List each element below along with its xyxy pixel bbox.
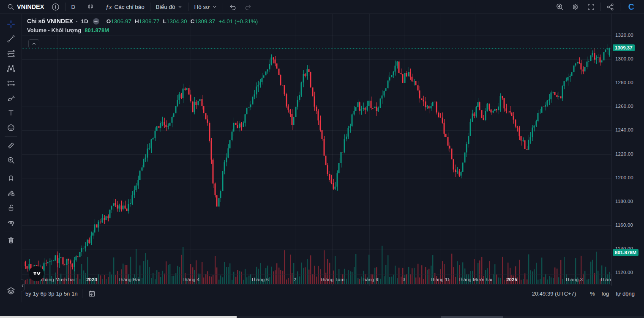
time-tick-label: Tháng Mười hai (40, 277, 75, 282)
time-axis[interactable]: Tháng Mười hai2024Tháng HaiTháng 4Tháng … (22, 274, 644, 285)
low-value: L1304.30 (163, 18, 187, 25)
last-price-chip: 1309.37 (613, 44, 635, 51)
broker-logo[interactable]: C (622, 1, 641, 12)
legend-collapse-button[interactable] (28, 39, 39, 48)
forecast-tool-button[interactable] (3, 76, 19, 90)
chevron-down-icon (212, 4, 217, 9)
broker-logo-icon: C (626, 2, 637, 12)
undo-button[interactable] (225, 1, 240, 12)
trash-icon (7, 236, 15, 244)
emoji-tool-button[interactable] (3, 120, 19, 135)
settings-button[interactable] (568, 1, 583, 12)
brush-tool-button[interactable] (3, 90, 19, 105)
open-value: O1306.97 (106, 18, 131, 25)
magnet-tool-button[interactable] (3, 170, 19, 185)
price-tick-label: 1120.00 (615, 270, 633, 275)
price-axis[interactable]: 1320.001300.001280.001260.001240.001220.… (611, 14, 644, 286)
remove-drawings-button[interactable] (3, 233, 19, 247)
profile-label: Hồ sơ (194, 4, 210, 10)
candlestick-chart-canvas[interactable] (22, 14, 611, 286)
clock-utc-button[interactable]: 20:49:39 (UTC+7) (529, 291, 579, 297)
time-tick-label: Tháng Tám (320, 277, 345, 282)
candlestick-icon (87, 3, 94, 11)
hide-drawings-button[interactable] (3, 215, 19, 230)
compare-add-button[interactable] (48, 1, 63, 12)
trend-line-tool-button[interactable] (3, 31, 19, 46)
date-range-group: 5y1y6p3p1p5n1n (25, 290, 79, 297)
crosshair-tool-button[interactable] (3, 16, 19, 31)
separator (82, 289, 82, 298)
ruler-icon (7, 141, 15, 150)
chart-style-button[interactable] (83, 1, 98, 12)
chart-pane[interactable]: Chỉ số VNINDEX · 1D O1306.97 H1309.77 L1… (22, 14, 644, 274)
bottom-toolbar: 5y1y6p3p1p5n1n 20:49:39 (UTC+7) % log tự… (22, 285, 644, 302)
auto-scale-button[interactable]: tự động (612, 291, 638, 297)
separator (150, 3, 150, 11)
redo-button[interactable] (240, 1, 256, 12)
price-tick-label: 1260.00 (615, 104, 633, 109)
time-tick-label: 2 (294, 277, 296, 282)
brush-icon (7, 94, 15, 102)
chevron-down-icon (177, 4, 183, 9)
go-to-date-button[interactable] (86, 288, 98, 299)
percent-scale-button[interactable]: % (587, 291, 598, 297)
gear-icon (571, 3, 579, 11)
time-tick-label: Tháng 9 (360, 277, 378, 282)
quick-search-button[interactable] (552, 1, 568, 12)
xabcd-pattern-icon (7, 64, 15, 73)
profile-button[interactable]: Hồ sơ (190, 1, 221, 12)
lock-all-drawings-button[interactable] (3, 200, 19, 215)
range-5n-button[interactable]: 5n (63, 289, 71, 299)
time-tick-label: Tháng 4 (182, 277, 199, 282)
legend-dot: · (76, 18, 78, 25)
tradingview-logo-icon (33, 270, 41, 278)
zoom-in-tool-button[interactable] (3, 153, 19, 167)
legend-symbol-title[interactable]: Chỉ số VNINDEX (27, 18, 73, 25)
sidebar-collapse-handle[interactable] (21, 280, 25, 291)
volume-study-value: 801.878M (85, 27, 109, 33)
legend-minus-icon[interactable] (93, 18, 99, 25)
price-tick-label: 1180.00 (615, 199, 633, 204)
volume-study-label[interactable]: Volume - Khối lượng (27, 27, 81, 33)
time-tick-label: Tháng Mười hai (458, 277, 492, 282)
range-5y-button[interactable]: 5y (25, 289, 32, 299)
time-tick-label: Tháng 3 (565, 277, 583, 282)
fullscreen-button[interactable] (583, 1, 599, 12)
log-scale-button[interactable]: log (598, 291, 612, 297)
horizontal-scrollbar[interactable] (0, 316, 644, 318)
object-tree-button[interactable] (3, 283, 19, 298)
time-tick-label: 3 (403, 277, 405, 282)
range-1p-button[interactable]: 1p (55, 289, 63, 299)
layout-button[interactable]: Biểu đồ (152, 1, 187, 12)
time-tick-label: Tháng 6 (251, 277, 269, 282)
text-icon (7, 109, 15, 117)
chevron-up-icon (32, 41, 36, 46)
separator (550, 3, 550, 11)
separator (5, 231, 17, 231)
plus-circle-icon (52, 3, 60, 11)
price-tick-label: 1160.00 (615, 222, 633, 228)
indicators-button[interactable]: ƒx Các chỉ báo (102, 1, 148, 12)
symbol-search-button[interactable]: VNINDEX (3, 1, 48, 12)
drawing-mode-lock-button[interactable] (3, 185, 19, 200)
redo-icon (244, 3, 252, 11)
fib-retracement-icon (7, 49, 15, 58)
share-button[interactable] (603, 1, 618, 12)
calendar-icon (88, 290, 96, 298)
scrollbar-thumb[interactable] (0, 316, 237, 318)
range-6p-button[interactable]: 6p (39, 289, 47, 299)
separator (600, 3, 601, 11)
range-3p-button[interactable]: 3p (47, 289, 55, 299)
eye-icon (7, 218, 15, 227)
separator (5, 169, 17, 169)
range-1y-button[interactable]: 1y (32, 289, 40, 299)
high-value: H1309.77 (135, 18, 160, 25)
pattern-tool-button[interactable] (3, 61, 19, 76)
measure-tool-button[interactable] (3, 138, 19, 153)
range-1n-button[interactable]: 1n (71, 289, 78, 299)
lock-icon (7, 203, 15, 212)
interval-button[interactable]: D (67, 1, 79, 12)
text-tool-button[interactable] (3, 105, 19, 120)
tradingview-logo[interactable] (29, 266, 44, 281)
fib-retracement-tool-button[interactable] (3, 46, 19, 61)
